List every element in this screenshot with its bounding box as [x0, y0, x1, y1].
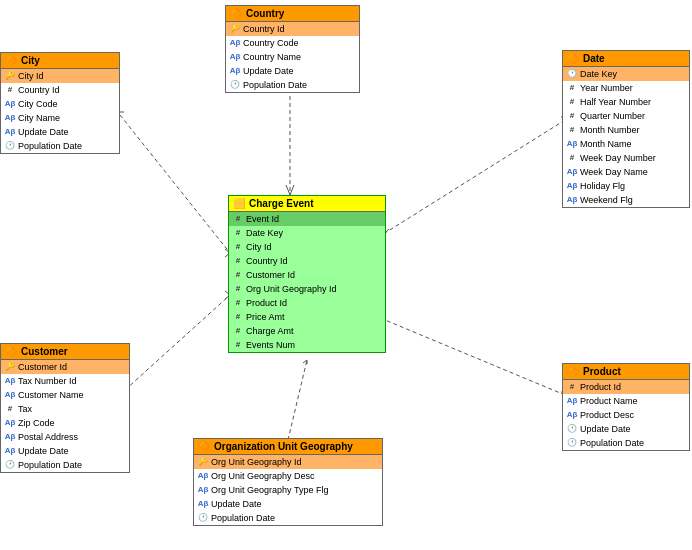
- abc-icon: Aβ: [5, 390, 15, 400]
- ce-field-5: Org Unit Geography Id: [246, 283, 337, 295]
- entity-date-rows: 🕐 Date Key # Year Number # Half Year Num…: [563, 67, 689, 207]
- clock-key-icon: 🕐: [567, 69, 577, 79]
- charge-event-header-icon: 🟨: [233, 198, 245, 209]
- diagram-canvas: 🔶 Country 🔑 Country Id Aβ Country Code A…: [0, 0, 692, 550]
- org-row-0: 🔑 Org Unit Geography Id: [194, 455, 382, 469]
- entity-country-title: Country: [246, 8, 284, 19]
- org-field-0: Org Unit Geography Id: [211, 456, 302, 468]
- ce-field-6: Product Id: [246, 297, 287, 309]
- entity-org-title: Organization Unit Geography: [214, 441, 353, 452]
- abc-icon: Aβ: [198, 471, 208, 481]
- abc-icon: Aβ: [5, 113, 15, 123]
- ce-field-8: Charge Amt: [246, 325, 294, 337]
- country-field-3: Update Date: [243, 65, 294, 77]
- svg-line-13: [125, 295, 230, 390]
- abc-icon: Aβ: [5, 376, 15, 386]
- date-field-7: Week Day Name: [580, 166, 648, 178]
- city-row-5: 🕐 Population Date: [1, 139, 119, 153]
- clock-icon: 🕐: [567, 438, 577, 448]
- prod-row-0: # Product Id: [563, 380, 689, 394]
- org-row-1: Aβ Org Unit Geography Desc: [194, 469, 382, 483]
- svg-line-21: [288, 360, 307, 440]
- date-row-6: # Week Day Number: [563, 151, 689, 165]
- ce-row-1: # Date Key: [229, 226, 385, 240]
- clock-icon: 🕐: [567, 424, 577, 434]
- entity-customer-rows: 🔑 Customer Id Aβ Tax Number Id Aβ Custom…: [1, 360, 129, 472]
- date-field-4: Month Number: [580, 124, 640, 136]
- hash-icon: #: [567, 97, 577, 107]
- ce-field-9: Events Num: [246, 339, 295, 351]
- hash-icon: #: [233, 326, 243, 336]
- hash-icon: #: [567, 111, 577, 121]
- entity-city-title: City: [21, 55, 40, 66]
- country-row-3: Aβ Update Date: [226, 64, 359, 78]
- org-field-2: Org Unit Geography Type Flg: [211, 484, 328, 496]
- ce-field-7: Price Amt: [246, 311, 285, 323]
- cust-row-0: 🔑 Customer Id: [1, 360, 129, 374]
- hash-icon: #: [567, 83, 577, 93]
- ce-field-2: City Id: [246, 241, 272, 253]
- hash-icon: #: [233, 312, 243, 322]
- city-row-3: Aβ City Name: [1, 111, 119, 125]
- ce-field-4: Customer Id: [246, 269, 295, 281]
- org-row-3: Aβ Update Date: [194, 497, 382, 511]
- cust-row-2: Aβ Customer Name: [1, 388, 129, 402]
- ce-row-6: # Product Id: [229, 296, 385, 310]
- hash-icon: #: [5, 85, 15, 95]
- date-field-1: Year Number: [580, 82, 633, 94]
- date-field-3: Quarter Number: [580, 110, 645, 122]
- date-field-9: Weekend Flg: [580, 194, 633, 206]
- ce-field-3: Country Id: [246, 255, 288, 267]
- hash-icon: #: [233, 242, 243, 252]
- entity-product-title: Product: [583, 366, 621, 377]
- country-row-0: 🔑 Country Id: [226, 22, 359, 36]
- country-row-2: Aβ Country Name: [226, 50, 359, 64]
- abc-icon: Aβ: [5, 127, 15, 137]
- ce-row-9: # Events Num: [229, 338, 385, 352]
- cust-row-3: # Tax: [1, 402, 129, 416]
- org-header-icon: 🔶: [198, 441, 210, 452]
- country-row-4: 🕐 Population Date: [226, 78, 359, 92]
- cust-field-2: Customer Name: [18, 389, 84, 401]
- entity-product-rows: # Product Id Aβ Product Name Aβ Product …: [563, 380, 689, 450]
- city-field-4: Update Date: [18, 126, 69, 138]
- org-row-2: Aβ Org Unit Geography Type Flg: [194, 483, 382, 497]
- hash-icon: #: [567, 382, 577, 392]
- svg-line-9: [385, 120, 565, 233]
- date-row-5: Aβ Month Name: [563, 137, 689, 151]
- entity-country: 🔶 Country 🔑 Country Id Aβ Country Code A…: [225, 5, 360, 93]
- svg-line-1: [286, 185, 290, 195]
- hash-icon: #: [233, 284, 243, 294]
- svg-line-17: [385, 320, 565, 395]
- key-icon: 🔑: [5, 362, 15, 372]
- abc-icon: Aβ: [567, 195, 577, 205]
- entity-date-title: Date: [583, 53, 605, 64]
- entity-org-unit-geo: 🔶 Organization Unit Geography 🔑 Org Unit…: [193, 438, 383, 526]
- cust-field-3: Tax: [18, 403, 32, 415]
- abc-icon: Aβ: [567, 410, 577, 420]
- abc-icon: Aβ: [5, 418, 15, 428]
- city-field-5: Population Date: [18, 140, 82, 152]
- cust-row-5: Aβ Postal Address: [1, 430, 129, 444]
- cust-field-0: Customer Id: [18, 361, 67, 373]
- org-row-4: 🕐 Population Date: [194, 511, 382, 525]
- city-row-0: 🔑 City Id: [1, 69, 119, 83]
- cust-row-7: 🕐 Population Date: [1, 458, 129, 472]
- entity-charge-event-title: Charge Event: [249, 198, 313, 209]
- city-header-icon: 🔶: [5, 55, 17, 66]
- ce-row-3: # Country Id: [229, 254, 385, 268]
- hash-icon: #: [233, 214, 243, 224]
- date-row-2: # Half Year Number: [563, 95, 689, 109]
- city-field-2: City Code: [18, 98, 58, 110]
- ce-row-2: # City Id: [229, 240, 385, 254]
- abc-icon: Aβ: [198, 485, 208, 495]
- date-row-3: # Quarter Number: [563, 109, 689, 123]
- svg-line-2: [290, 185, 294, 195]
- entity-city-rows: 🔑 City Id # Country Id Aβ City Code Aβ C…: [1, 69, 119, 153]
- abc-icon: Aβ: [567, 139, 577, 149]
- entity-country-rows: 🔑 Country Id Aβ Country Code Aβ Country …: [226, 22, 359, 92]
- entity-org-rows: 🔑 Org Unit Geography Id Aβ Org Unit Geog…: [194, 455, 382, 525]
- prod-field-2: Product Desc: [580, 409, 634, 421]
- cust-field-4: Zip Code: [18, 417, 55, 429]
- clock-icon: 🕐: [198, 513, 208, 523]
